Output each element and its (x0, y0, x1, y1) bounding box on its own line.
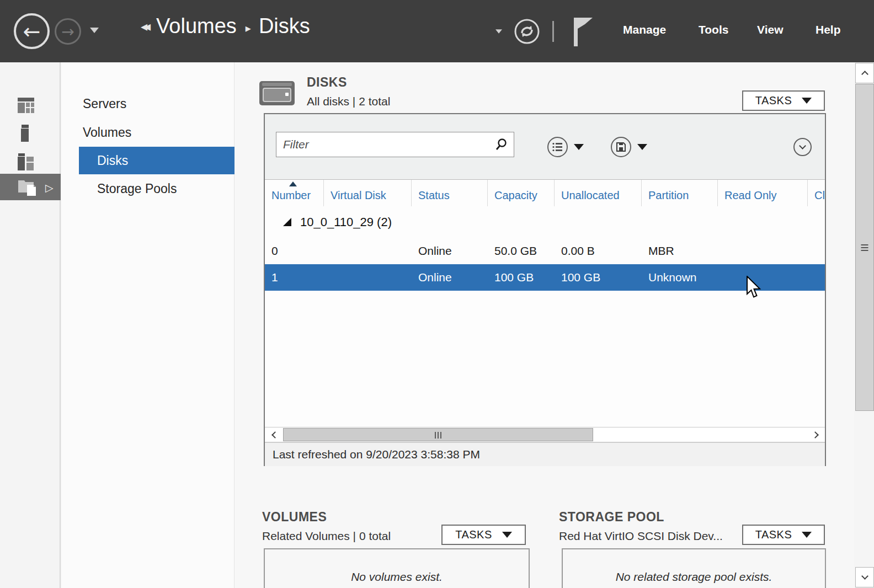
column-header-virtual-disk[interactable]: Virtual Disk (324, 180, 412, 206)
nav-history-dropdown-icon[interactable] (90, 28, 99, 33)
column-header-number[interactable]: Number (265, 180, 324, 206)
menu-view[interactable]: View (757, 23, 783, 36)
navigation-sidebar: Servers Volumes Disks Storage Pools (62, 62, 235, 588)
toolbar-dropdown-icon[interactable] (495, 29, 502, 34)
breadcrumb-disks[interactable]: Disks (259, 14, 310, 38)
tasks-button-label: TASKS (755, 528, 792, 541)
horizontal-scrollbar-thumb[interactable] (283, 428, 593, 441)
cell-status: Online (412, 238, 488, 264)
storage-pool-section-subtitle: Red Hat VirtIO SCSI Disk Dev... (559, 530, 738, 543)
disks-toolbar (265, 114, 825, 180)
icon-rail: ▷ (0, 62, 61, 588)
forward-button[interactable]: → (55, 18, 81, 45)
tasks-dropdown-icon (502, 532, 512, 538)
cell-read-only (718, 238, 808, 264)
refresh-status-bar: Last refreshed on 9/20/2023 3:58:38 PM (265, 442, 825, 466)
sort-ascending-icon (289, 181, 297, 186)
server-manager-window: ← → ◂◂ Volumes ▸ Disks (0, 0, 874, 588)
chevron-down-icon (799, 142, 806, 149)
table-row-selected[interactable]: 1 Online 100 GB 100 GB Unknown (265, 264, 825, 291)
vertical-scrollbar[interactable] (854, 62, 874, 588)
server-group-row[interactable]: 10_0_110_29 (2) (265, 206, 825, 238)
cell-number: 1 (265, 264, 324, 291)
cell-clustered (808, 238, 825, 264)
rail-item-dashboard[interactable] (0, 92, 61, 119)
cell-partition: Unknown (642, 264, 718, 291)
storage-pool-empty-panel: No related storage pool exists. (562, 548, 826, 588)
column-header-unallocated[interactable]: Unallocated (555, 180, 642, 206)
save-icon (616, 142, 626, 152)
table-header-row: Number Virtual Disk Status Capacity Unal… (265, 180, 825, 206)
sidebar-item-label: Disks (79, 147, 235, 174)
storage-pool-tasks-button[interactable]: TASKS (742, 525, 825, 545)
cell-capacity: 100 GB (488, 264, 555, 291)
back-button[interactable]: ← (14, 13, 50, 49)
flag-icon (572, 17, 596, 47)
table-row[interactable]: 0 Online 50.0 GB 0.00 B MBR (265, 238, 825, 264)
volumes-tasks-button[interactable]: TASKS (441, 525, 526, 545)
volumes-empty-text: No volumes exist. (351, 570, 443, 588)
rail-expand-icon[interactable]: ▷ (45, 181, 54, 194)
dashboard-icon (17, 97, 35, 114)
sidebar-item-volumes[interactable]: Volumes (62, 119, 235, 146)
rail-item-file-storage-services[interactable]: ▷ (0, 174, 61, 200)
column-header-capacity[interactable]: Capacity (488, 180, 555, 206)
save-filter-dropdown-icon[interactable] (637, 144, 647, 150)
file-and-storage-services-icon (17, 177, 39, 197)
filter-field[interactable] (276, 132, 514, 157)
tree-expanded-icon[interactable] (283, 218, 291, 226)
scroll-left-button[interactable] (266, 427, 284, 442)
last-refreshed-text: Last refreshed on 9/20/2023 3:58:38 PM (273, 448, 480, 461)
refresh-button[interactable] (514, 18, 540, 45)
cell-capacity: 50.0 GB (488, 238, 555, 264)
tasks-dropdown-icon (802, 98, 812, 104)
disks-section-icon (259, 81, 295, 105)
breadcrumb-rewind-icon[interactable]: ◂◂ (141, 19, 147, 34)
saved-filters-dropdown-icon[interactable] (574, 144, 584, 150)
list-icon (552, 142, 563, 152)
vertical-scrollbar-thumb[interactable] (855, 84, 874, 411)
scroll-right-button[interactable] (806, 427, 824, 442)
sidebar-item-label: Volumes (62, 119, 235, 146)
server-group-label: 10_0_110_29 (2) (300, 215, 392, 229)
rail-item-local-server[interactable] (0, 120, 61, 146)
cell-unallocated: 0.00 B (555, 238, 642, 264)
column-header-status[interactable]: Status (412, 180, 488, 206)
tasks-button-label: TASKS (755, 94, 792, 107)
saved-filters-button[interactable] (547, 137, 568, 157)
volumes-empty-panel: No volumes exist. (264, 548, 530, 588)
back-arrow-icon: ← (23, 19, 41, 44)
horizontal-scrollbar[interactable] (265, 427, 825, 442)
cell-partition: MBR (642, 238, 718, 264)
storage-pool-section-title: STORAGE POOL (559, 510, 664, 525)
scroll-down-button[interactable] (855, 567, 874, 587)
column-header-read-only[interactable]: Read Only (718, 180, 808, 206)
notifications-flag-button[interactable] (572, 17, 596, 47)
chevron-left-icon (271, 431, 279, 439)
tasks-button-label: TASKS (455, 528, 492, 541)
column-header-clustered[interactable]: Cl (808, 180, 825, 206)
refresh-icon (514, 18, 540, 45)
collapse-panel-button[interactable] (793, 138, 812, 156)
tasks-dropdown-icon (802, 532, 812, 538)
cell-status: Online (412, 264, 488, 291)
scrollbar-grip-icon (435, 432, 441, 439)
filter-input[interactable] (276, 138, 495, 151)
sidebar-item-servers[interactable]: Servers (62, 90, 235, 117)
column-header-partition[interactable]: Partition (642, 180, 718, 206)
sidebar-item-label: Servers (62, 90, 235, 117)
disks-panel: Number Virtual Disk Status Capacity Unal… (264, 113, 826, 466)
breadcrumb-volumes[interactable]: Volumes (156, 14, 237, 38)
sidebar-item-storage-pools[interactable]: Storage Pools (62, 175, 235, 202)
menu-tools[interactable]: Tools (699, 23, 728, 36)
menu-help[interactable]: Help (816, 23, 841, 36)
disks-tasks-button[interactable]: TASKS (742, 90, 825, 111)
menu-manage[interactable]: Manage (623, 23, 666, 36)
save-filter-button[interactable] (611, 137, 631, 157)
breadcrumb: ◂◂ Volumes ▸ Disks (141, 14, 310, 38)
cell-read-only (718, 264, 808, 291)
sidebar-item-disks[interactable]: Disks (79, 147, 235, 174)
storage-pool-empty-text: No related storage pool exists. (616, 570, 772, 588)
scroll-up-button[interactable] (855, 63, 874, 83)
rail-item-all-servers[interactable] (0, 148, 61, 175)
